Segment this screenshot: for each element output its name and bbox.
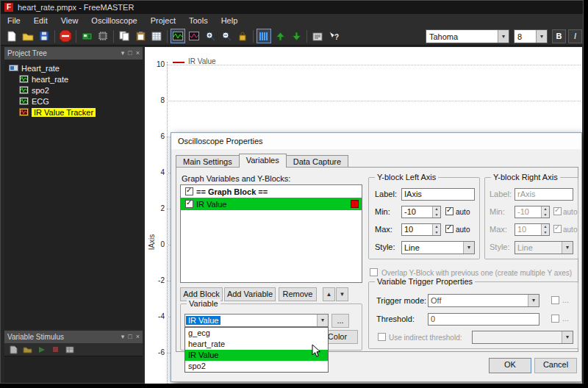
context-help-icon[interactable]: ? <box>326 29 341 43</box>
checkbox-checked[interactable] <box>185 187 193 195</box>
tab-data-capture[interactable]: Data Capture <box>286 155 348 168</box>
max-value: 10 <box>402 224 432 235</box>
y-tick-label: -6 <box>146 348 165 356</box>
zoom-in-icon[interactable] <box>203 29 218 43</box>
list-item-graph-block[interactable]: == Graph Block == <box>181 185 362 198</box>
chevron-down-icon[interactable]: ▾ <box>498 30 509 43</box>
add-variable-button[interactable]: Add Variable <box>224 287 276 301</box>
browse-variable-button[interactable]: ... <box>331 314 349 328</box>
stepper-arrows-icon: ▲▼ <box>541 206 549 218</box>
lock-icon[interactable] <box>235 29 250 43</box>
left-axis-max-stepper[interactable]: 10 ▲▼ <box>401 223 441 236</box>
min-auto-checkbox[interactable] <box>445 207 453 215</box>
left-axis-style-combo[interactable]: Line <box>401 241 475 254</box>
oscilloscope-icon[interactable] <box>171 29 185 43</box>
mcu-connection-icon[interactable] <box>96 29 110 43</box>
left-axis-label-field[interactable]: IAxis <box>401 188 475 201</box>
remove-button[interactable]: Remove <box>279 287 317 301</box>
max-caption: Max: <box>490 225 507 234</box>
indirect-threshold-combo <box>472 331 573 344</box>
graph-variables-label: Graph Variables and Y-Blocks: <box>182 174 290 183</box>
panel-menu-icon[interactable] <box>121 47 125 60</box>
stim-start-icon[interactable] <box>35 344 48 356</box>
paste-icon[interactable] <box>133 29 148 43</box>
checkbox-checked[interactable] <box>185 200 193 208</box>
project-tree: Heart_rate heart_rate spo2 ECG IR Value … <box>4 60 143 329</box>
auto-label: auto <box>456 208 470 216</box>
chevron-down-icon[interactable] <box>463 242 474 254</box>
italic-button[interactable]: I <box>568 29 582 43</box>
dropdown-item-g-ecg[interactable]: g_ecg <box>185 328 328 339</box>
options-icon[interactable] <box>310 29 325 43</box>
threshold-field[interactable]: 0 <box>428 313 539 326</box>
tree-item-ir-value-tracker[interactable]: IR Value Tracker <box>4 107 143 118</box>
list-item-ir-value[interactable]: IR Value <box>181 198 362 210</box>
dialog-titlebar[interactable]: Oscilloscope Properties <box>171 133 581 149</box>
panel-close-icon[interactable] <box>136 331 140 343</box>
right-axis-style-combo: Line <box>514 241 573 254</box>
font-size-combo[interactable]: 8 ▾ <box>514 29 548 43</box>
window-title: heart_rate.pmpx - FreeMASTER <box>18 3 134 12</box>
stop-communication-icon[interactable] <box>58 29 73 43</box>
variable-watch-icon[interactable] <box>149 29 164 43</box>
menu-oscilloscope[interactable]: Oscilloscope <box>85 14 143 27</box>
grid-bars-icon[interactable] <box>257 29 271 43</box>
new-file-icon[interactable] <box>4 29 19 43</box>
trigger-mode-combo[interactable]: Off <box>428 294 539 307</box>
max-auto-checkbox[interactable] <box>445 225 453 233</box>
menu-tools[interactable]: Tools <box>182 14 215 27</box>
move-item-down-button[interactable]: ▼ <box>336 287 348 301</box>
menu-edit[interactable]: Edit <box>27 14 54 27</box>
stepper-arrows-icon[interactable]: ▲▼ <box>432 224 440 235</box>
min-auto-checkbox <box>553 207 562 215</box>
dropdown-item-spo2[interactable]: spo2 <box>185 361 328 372</box>
tree-item-heart-rate[interactable]: heart_rate <box>4 73 143 85</box>
menu-file[interactable]: File <box>1 14 27 27</box>
stim-stop-icon[interactable] <box>49 344 62 356</box>
app-titlebar[interactable]: F heart_rate.pmpx - FreeMASTER <box>1 1 583 14</box>
scope-icon <box>19 75 29 83</box>
variable-combo[interactable]: IR Value <box>184 314 329 327</box>
tree-item-root[interactable]: Heart_rate <box>4 62 143 73</box>
tree-item-spo2[interactable]: spo2 <box>4 85 143 96</box>
stepper-arrows-icon[interactable]: ▲▼ <box>432 206 440 218</box>
ok-button[interactable]: OK <box>489 358 531 373</box>
move-down-icon[interactable] <box>289 29 304 43</box>
graph-variables-list[interactable]: == Graph Block == IR Value <box>180 184 362 283</box>
chevron-down-icon[interactable] <box>528 295 539 306</box>
tree-item-ecg[interactable]: ECG <box>4 96 143 107</box>
stim-open-icon[interactable] <box>21 344 34 356</box>
move-item-up-button[interactable]: ▲ <box>323 287 335 301</box>
chevron-down-icon[interactable] <box>317 315 328 326</box>
legend-series-label: IR Value <box>188 57 216 65</box>
menu-view[interactable]: View <box>54 14 85 27</box>
variable-combo-value: IR Value <box>186 316 220 325</box>
stim-table-icon[interactable] <box>63 344 76 356</box>
panel-close-icon[interactable] <box>136 47 140 60</box>
open-project-icon[interactable] <box>21 29 35 43</box>
chevron-down-icon[interactable]: ▾ <box>536 30 547 43</box>
zoom-out-icon[interactable] <box>219 29 234 43</box>
panel-menu-icon[interactable] <box>121 331 125 343</box>
recorder-icon[interactable] <box>187 29 201 43</box>
menu-project[interactable]: Project <box>144 14 182 27</box>
panel-float-icon[interactable] <box>128 47 132 60</box>
bold-button[interactable]: B <box>552 29 566 43</box>
cancel-button[interactable]: Cancel <box>534 358 577 373</box>
copy-icon[interactable] <box>117 29 132 43</box>
menu-help[interactable]: Help <box>215 14 245 27</box>
left-axis-min-stepper[interactable]: -10 ▲▼ <box>401 206 441 218</box>
dropdown-item-heart-rate[interactable]: heart_rate <box>185 339 328 350</box>
tab-variables[interactable]: Variables <box>239 154 287 168</box>
panel-float-icon[interactable] <box>128 331 132 343</box>
project-board-icon[interactable] <box>79 29 94 43</box>
stim-new-icon[interactable] <box>7 344 20 356</box>
tab-main-settings[interactable]: Main Settings <box>176 155 240 168</box>
app-logo-icon: F <box>4 3 13 12</box>
color-swatch[interactable] <box>351 200 359 208</box>
dropdown-item-ir-value[interactable]: IR Value <box>185 350 328 361</box>
font-name-combo[interactable]: Tahoma ▾ <box>426 29 509 43</box>
move-up-icon[interactable] <box>273 29 287 43</box>
save-icon[interactable] <box>37 29 51 43</box>
project-tree-title: Project Tree <box>7 49 118 57</box>
